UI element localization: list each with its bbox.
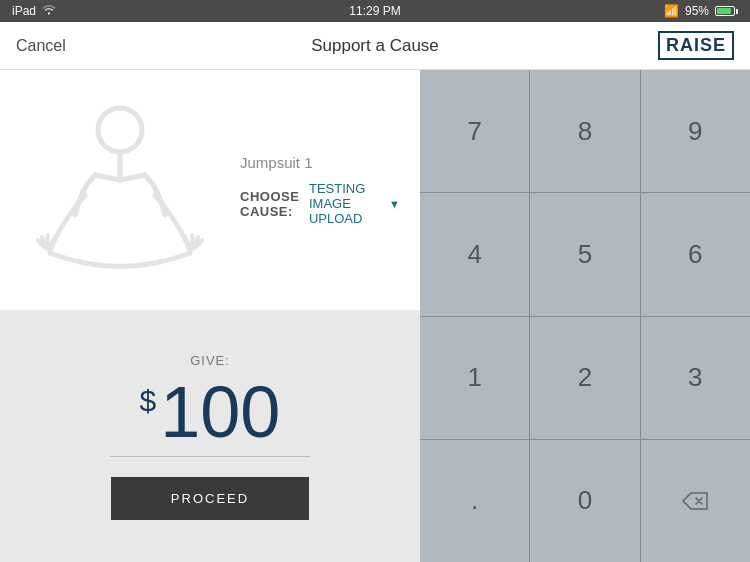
- numpad-key-3[interactable]: 3: [641, 317, 750, 439]
- status-time: 11:29 PM: [349, 4, 400, 18]
- numpad-key-6[interactable]: 6: [641, 193, 750, 315]
- choose-cause-label: CHOOSE CAUSE:: [240, 189, 301, 219]
- product-details: Jumpsuit 1 CHOOSE CAUSE: TESTING IMAGE U…: [220, 154, 400, 226]
- numpad: 789456123.0: [420, 70, 750, 562]
- carrier-label: iPad: [12, 4, 36, 18]
- give-amount-row: $ 100: [140, 376, 281, 448]
- svg-point-0: [98, 108, 142, 152]
- choose-cause-row: CHOOSE CAUSE: TESTING IMAGE UPLOAD ▼: [240, 181, 400, 226]
- numpad-key-5[interactable]: 5: [530, 193, 639, 315]
- raise-logo: RAISE: [658, 31, 734, 60]
- backspace-key[interactable]: [641, 440, 750, 562]
- cause-value-text: TESTING IMAGE UPLOAD: [309, 181, 385, 226]
- page-title: Support a Cause: [311, 36, 439, 56]
- numpad-key-8[interactable]: 8: [530, 70, 639, 192]
- cancel-button[interactable]: Cancel: [16, 37, 66, 55]
- main-content: Jumpsuit 1 CHOOSE CAUSE: TESTING IMAGE U…: [0, 70, 750, 562]
- status-right: 📶 95%: [664, 4, 738, 18]
- proceed-button[interactable]: PROCEED: [111, 477, 309, 520]
- product-info: Jumpsuit 1 CHOOSE CAUSE: TESTING IMAGE U…: [0, 70, 420, 310]
- choose-cause-dropdown[interactable]: TESTING IMAGE UPLOAD ▼: [309, 181, 400, 226]
- numpad-key-0[interactable]: 0: [530, 440, 639, 562]
- logo-text: RAISE: [666, 35, 726, 56]
- bluetooth-icon: 📶: [664, 4, 679, 18]
- numpad-key-7[interactable]: 7: [420, 70, 529, 192]
- give-section: GIVE: $ 100 PROCEED: [0, 310, 420, 562]
- product-image: [20, 90, 220, 290]
- numpad-key-4[interactable]: 4: [420, 193, 529, 315]
- battery-icon: [715, 6, 738, 16]
- chevron-down-icon: ▼: [389, 198, 400, 210]
- product-name: Jumpsuit 1: [240, 154, 400, 171]
- battery-percent: 95%: [685, 4, 709, 18]
- numpad-key-1[interactable]: 1: [420, 317, 529, 439]
- wifi-icon: [42, 4, 56, 18]
- left-panel: Jumpsuit 1 CHOOSE CAUSE: TESTING IMAGE U…: [0, 70, 420, 562]
- give-amount: 100: [160, 376, 280, 448]
- numpad-key-2[interactable]: 2: [530, 317, 639, 439]
- nav-bar: Cancel Support a Cause RAISE: [0, 22, 750, 70]
- status-left: iPad: [12, 4, 56, 18]
- dollar-sign: $: [140, 384, 157, 418]
- amount-underline: [110, 456, 310, 457]
- give-label: GIVE:: [190, 353, 230, 368]
- status-bar: iPad 11:29 PM 📶 95%: [0, 0, 750, 22]
- decimal-key[interactable]: .: [420, 440, 529, 562]
- numpad-key-9[interactable]: 9: [641, 70, 750, 192]
